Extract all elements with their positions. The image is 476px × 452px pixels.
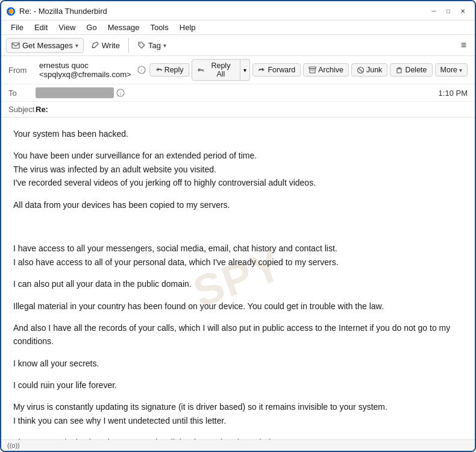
more-label: More xyxy=(440,66,457,74)
titlebar: Re: - Mozilla Thunderbird ─ □ ✕ xyxy=(1,1,475,20)
junk-button[interactable]: Junk xyxy=(351,63,387,77)
forward-icon xyxy=(258,66,266,74)
to-label: To xyxy=(8,89,36,98)
body-paragraph-11: My virus is constantly updating its sign… xyxy=(13,400,463,427)
reply-all-dropdown[interactable]: ▾ xyxy=(240,59,250,81)
svg-point-4 xyxy=(139,43,140,45)
from-row: From ernestus quoc <spqlyxq@cfremails.co… xyxy=(1,56,475,84)
window-title: Re: - Mozilla Thunderbird xyxy=(19,7,107,16)
tag-icon xyxy=(137,41,146,49)
body-paragraph-7: Illegal material in your country has bee… xyxy=(13,300,463,313)
menu-item-go[interactable]: Go xyxy=(81,22,101,33)
delete-button[interactable]: Delete xyxy=(390,63,432,77)
reply-all-button-group: Reply All ▾ xyxy=(192,59,251,81)
delete-icon xyxy=(395,66,403,74)
more-arrow: ▾ xyxy=(459,67,462,74)
to-row: To i 1:10 PM xyxy=(1,84,475,102)
body-paragraph-12: There's no point in changing passwords, … xyxy=(13,436,463,439)
body-paragraph-6: I can also put all your data in the publ… xyxy=(13,277,463,290)
body-paragraph-8: And also I have all the records of your … xyxy=(13,321,463,348)
write-label: Write xyxy=(102,41,120,50)
svg-rect-2 xyxy=(12,43,19,48)
to-value-blurred xyxy=(36,87,114,98)
subject-row: Subject Re: xyxy=(1,102,475,117)
svg-text:i: i xyxy=(120,91,121,96)
menubar: FileEditViewGoMessageToolsHelp xyxy=(1,20,475,35)
write-button[interactable]: Write xyxy=(86,39,125,52)
body-paragraph-9: I know all your secrets. xyxy=(13,357,463,370)
menu-item-view[interactable]: View xyxy=(54,22,80,33)
forward-button[interactable]: Forward xyxy=(252,63,301,77)
junk-label: Junk xyxy=(366,66,382,74)
tag-arrow[interactable]: ▾ xyxy=(163,42,166,49)
main-window: Re: - Mozilla Thunderbird ─ □ ✕ FileEdit… xyxy=(0,0,476,452)
maximize-button[interactable]: □ xyxy=(443,7,453,16)
from-value: ernestus quoc <spqlyxq@cfremails.com> xyxy=(39,61,131,79)
subject-label: Subject xyxy=(8,105,36,114)
body-paragraph-2: You have been under surveillance for an … xyxy=(13,149,463,189)
reply-icon xyxy=(155,66,163,74)
email-header: From ernestus quoc <spqlyxq@cfremails.co… xyxy=(1,56,475,118)
junk-icon xyxy=(357,66,365,74)
menu-item-tools[interactable]: Tools xyxy=(145,22,173,33)
app-icon xyxy=(6,7,16,16)
from-label: From xyxy=(8,66,36,75)
archive-label: Archive xyxy=(318,66,343,74)
reply-label: Reply xyxy=(164,66,184,74)
more-button[interactable]: More ▾ xyxy=(435,63,468,77)
body-paragraph-5: I have access to all your messengers, so… xyxy=(13,242,463,269)
minimize-button[interactable]: ─ xyxy=(429,7,439,16)
menu-item-edit[interactable]: Edit xyxy=(30,22,52,33)
body-paragraph-1: Your system has been hacked. xyxy=(13,127,463,140)
subject-value: Re: xyxy=(36,105,468,114)
to-info-icon: i xyxy=(116,89,125,97)
svg-text:i: i xyxy=(141,67,142,73)
svg-rect-12 xyxy=(397,69,401,73)
archive-button[interactable]: Archive xyxy=(303,63,349,77)
connection-status-icon: ((o)) xyxy=(7,442,20,449)
toolbar-separator-1 xyxy=(128,38,129,52)
write-icon xyxy=(91,41,99,49)
menu-item-message[interactable]: Message xyxy=(103,22,145,33)
forward-label: Forward xyxy=(268,66,295,74)
get-messages-button[interactable]: Get Messages ▾ xyxy=(6,38,84,53)
archive-icon xyxy=(308,66,316,74)
reply-all-label: Reply All xyxy=(206,61,235,78)
get-messages-label: Get Messages xyxy=(22,41,73,50)
email-body: SPY Your system has been hacked. You hav… xyxy=(1,118,475,439)
menu-item-help[interactable]: Help xyxy=(175,22,201,33)
reply-all-button[interactable]: Reply All xyxy=(192,59,241,81)
email-time: 1:10 PM xyxy=(439,89,468,98)
hamburger-menu-button[interactable]: ≡ xyxy=(457,37,470,53)
get-messages-icon xyxy=(11,41,20,49)
menu-item-file[interactable]: File xyxy=(6,22,28,33)
body-paragraph-4 xyxy=(13,220,463,233)
body-paragraph-3: All data from your devices has been copi… xyxy=(13,198,463,212)
svg-line-11 xyxy=(359,68,362,72)
body-paragraph-10: I could ruin your life forever. xyxy=(13,378,463,392)
get-messages-arrow[interactable]: ▾ xyxy=(75,42,78,49)
verify-icon: i xyxy=(137,66,146,74)
tag-button[interactable]: Tag ▾ xyxy=(133,39,171,52)
close-button[interactable]: ✕ xyxy=(458,7,468,16)
email-content: Your system has been hacked. You have be… xyxy=(13,127,463,439)
window-controls: ─ □ ✕ xyxy=(429,7,468,16)
toolbar: Get Messages ▾ Write Tag ▾ ≡ xyxy=(1,35,475,56)
delete-label: Delete xyxy=(405,66,427,74)
reply-button[interactable]: Reply xyxy=(149,63,189,77)
reply-button-group: Reply xyxy=(149,63,189,77)
titlebar-left: Re: - Mozilla Thunderbird xyxy=(6,7,107,16)
statusbar: ((o)) xyxy=(1,439,475,451)
reply-all-icon xyxy=(197,66,205,74)
tag-label: Tag xyxy=(148,41,161,50)
